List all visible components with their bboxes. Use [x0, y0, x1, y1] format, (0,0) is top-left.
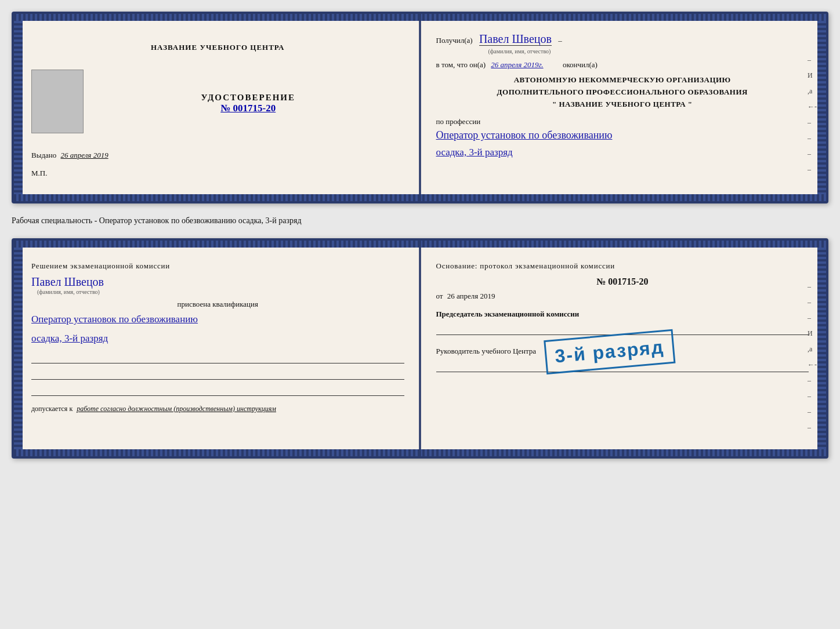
- from-date-val: 26 апреля 2019: [447, 292, 495, 300]
- profession-rank: осадка, 3-й разряд: [436, 144, 809, 161]
- bottom-border-1: [14, 194, 826, 201]
- decision-text: Решением экзаменационной комиссии: [31, 261, 404, 271]
- photo-placeholder: [31, 70, 84, 133]
- char-dash-r6: –: [808, 408, 817, 416]
- doc1-left: НАЗВАНИЕ УЧЕБНОГО ЦЕНТРА УДОСТОВЕРЕНИЕ №…: [14, 21, 419, 194]
- between-label: Рабочая специальность - Оператор установ…: [12, 214, 828, 228]
- basis-text: Основание: протокол экзаменационной коми…: [436, 261, 809, 271]
- char-dash-r5: –: [808, 392, 817, 401]
- page-container: НАЗВАНИЕ УЧЕБНОГО ЦЕНТРА УДОСТОВЕРЕНИЕ №…: [12, 12, 828, 459]
- side-chars-2: – – – И ,а ←- – – – –: [808, 282, 817, 432]
- fact-line: в том, что он(а) 26 апреля 2019г. окончи…: [436, 60, 809, 70]
- issued-line: Выдано 26 апреля 2019: [31, 151, 404, 160]
- fact-suffix: окончил(а): [563, 60, 598, 69]
- issued-date: 26 апреля 2019: [61, 151, 108, 159]
- char-dash-r7: –: [808, 423, 817, 432]
- top-border-1: [14, 14, 826, 21]
- char-dash-1: –: [808, 56, 817, 64]
- char-arrow-r: ←-: [808, 361, 817, 369]
- org-block: АВТОНОМНУЮ НЕКОММЕРЧЕСКУЮ ОРГАНИЗАЦИЮ ДО…: [436, 74, 809, 110]
- side-chars-1: – И ,а ←- – – – –: [808, 56, 817, 174]
- char-dash-r2: –: [808, 298, 817, 307]
- doc1-center-title: НАЗВАНИЕ УЧЕБНОГО ЦЕНТРА: [31, 43, 404, 52]
- recipient-label: (фамилия, имя, отчество): [488, 48, 809, 54]
- chairman-label: Председатель экзаменационной комиссии: [436, 310, 809, 319]
- allowed-prefix: допускается к: [31, 405, 73, 413]
- recipient-name: Павел Швецов: [479, 32, 552, 46]
- doc1-inner: НАЗВАНИЕ УЧЕБНОГО ЦЕНТРА УДОСТОВЕРЕНИЕ №…: [14, 21, 826, 194]
- spine-2: [419, 241, 421, 456]
- char-a-r: ,а: [808, 345, 817, 354]
- doc2-left: Решением экзаменационной комиссии Павел …: [14, 248, 419, 449]
- allowed-value: работе согласно должностным (производств…: [77, 405, 276, 413]
- top-border-2: [14, 241, 826, 248]
- sig-line-3: [31, 384, 404, 396]
- fact-date: 26 апреля 2019г.: [491, 60, 543, 69]
- org-line2: ДОПОЛНИТЕЛЬНОГО ПРОФЕССИОНАЛЬНОГО ОБРАЗО…: [436, 86, 809, 99]
- char-i: И: [808, 71, 817, 80]
- doc2-inner: Решением экзаменационной комиссии Павел …: [14, 248, 826, 449]
- fact-prefix: в том, что он(а): [436, 60, 486, 69]
- char-a: ,а: [808, 87, 817, 96]
- received-prefix: Получил(а): [436, 36, 473, 45]
- doc2-right: Основание: протокол экзаменационной коми…: [419, 248, 827, 449]
- char-dash-r1: –: [808, 282, 817, 291]
- mp-label: М.П.: [31, 169, 404, 178]
- document-2: Решением экзаменационной комиссии Павел …: [12, 238, 828, 459]
- dash-1: –: [558, 36, 562, 45]
- from-date: от 26 апреля 2019: [436, 292, 809, 301]
- qualification-line2: осадка, 3-й разряд: [31, 330, 404, 347]
- name-block: Павел Швецов (фамилия, имя, отчество): [31, 275, 404, 295]
- char-dash-2: –: [808, 118, 817, 127]
- issued-prefix: Выдано: [31, 151, 56, 159]
- char-i-r: И: [808, 329, 817, 338]
- cert-number: № 001715-20: [92, 103, 404, 114]
- char-arrow: ←-: [808, 103, 817, 111]
- doc1-right: Получил(а) Павел Швецов – (фамилия, имя,…: [419, 21, 827, 194]
- qualification-label: присвоена квалификация: [31, 300, 404, 309]
- sig-line-1: [31, 352, 404, 363]
- profession-value: Оператор установок по обезвоживанию: [436, 126, 809, 144]
- document-1: НАЗВАНИЕ УЧЕБНОГО ЦЕНТРА УДОСТОВЕРЕНИЕ №…: [12, 12, 828, 203]
- name-label: (фамилия, имя, отчество): [37, 289, 404, 295]
- name-value: Павел Швецов: [31, 275, 404, 289]
- org-line3: " НАЗВАНИЕ УЧЕБНОГО ЦЕНТРА ": [436, 99, 809, 111]
- char-dash-r4: –: [808, 376, 817, 385]
- profession-prefix: по профессии: [436, 117, 809, 126]
- allowed-text: допускается к работе согласно должностны…: [31, 405, 404, 413]
- qualification-line1: Оператор установок по обезвоживанию: [31, 311, 404, 328]
- char-dash-5: –: [808, 165, 817, 174]
- char-dash-4: –: [808, 150, 817, 158]
- protocol-number: № 001715-20: [436, 277, 809, 287]
- cert-label: УДОСТОВЕРЕНИЕ: [92, 93, 404, 103]
- org-line1: АВТОНОМНУЮ НЕКОММЕРЧЕСКУЮ ОРГАНИЗАЦИЮ: [436, 74, 809, 86]
- from-prefix: от: [436, 292, 443, 300]
- sig-line-2: [31, 368, 404, 380]
- spine-1: [419, 14, 421, 201]
- char-dash-3: –: [808, 134, 817, 143]
- char-dash-r3: –: [808, 314, 817, 322]
- bottom-border-2: [14, 449, 826, 456]
- received-line: Получил(а) Павел Швецов –: [436, 32, 809, 46]
